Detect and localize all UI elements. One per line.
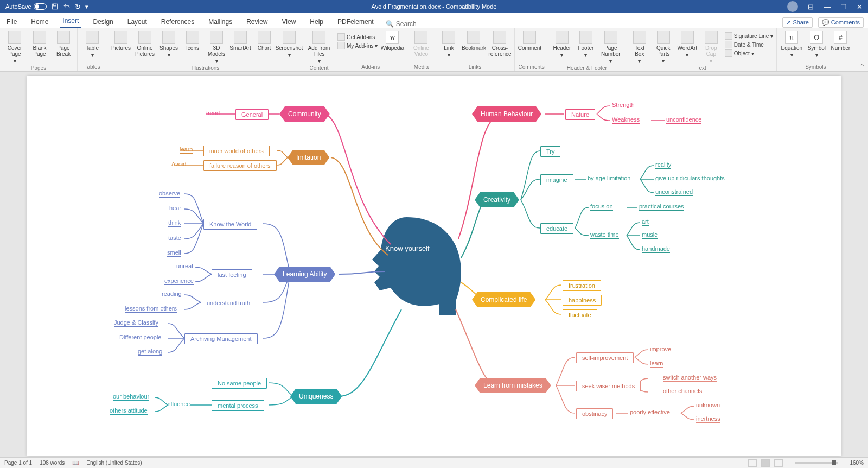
- dropcap-button[interactable]: Drop Cap▾: [701, 30, 722, 64]
- zoom-in[interactable]: +: [843, 460, 846, 466]
- leaf-taste[interactable]: taste: [168, 235, 181, 242]
- leaf-unreal[interactable]: unreal: [176, 263, 193, 270]
- comments-button[interactable]: 💬 Comments: [818, 17, 864, 28]
- leaf-channels[interactable]: other channels: [663, 388, 702, 395]
- leaf-reality[interactable]: reality: [655, 161, 671, 169]
- quick-parts-button[interactable]: Quick Parts▾: [653, 30, 674, 64]
- leaf-poorly[interactable]: poorly effective: [630, 409, 670, 416]
- leaf-practical[interactable]: practical courses: [639, 203, 684, 211]
- pictures-button[interactable]: Pictures: [111, 30, 131, 51]
- leaf-observe[interactable]: observe: [159, 190, 180, 198]
- leaf-hear[interactable]: hear: [169, 205, 181, 212]
- leaf-lessons[interactable]: lessons from others: [125, 305, 177, 313]
- maximize-icon[interactable]: ☐: [840, 3, 847, 11]
- shapes-button[interactable]: Shapes▾: [158, 30, 179, 58]
- header-button[interactable]: Header▾: [552, 30, 572, 58]
- tab-pdfelement[interactable]: PDFelement: [335, 18, 376, 28]
- add-from-files-button[interactable]: Add from Files▾: [308, 30, 330, 64]
- online-video-button[interactable]: Online Video: [411, 30, 431, 57]
- link-button[interactable]: Link▾: [438, 30, 459, 58]
- autosave-toggle[interactable]: AutoSave: [5, 3, 47, 10]
- view-print[interactable]: [761, 459, 770, 467]
- zoom-slider[interactable]: [795, 462, 838, 464]
- leaf-unknown[interactable]: unknown: [696, 402, 720, 409]
- branch-imitation[interactable]: Imitation: [288, 150, 329, 165]
- box-nature[interactable]: Nature: [565, 109, 595, 120]
- page-number-button[interactable]: Page Number▾: [599, 30, 622, 64]
- tab-insert[interactable]: Insert: [60, 17, 81, 28]
- bookmark-button[interactable]: Bookmark: [462, 30, 485, 51]
- tab-design[interactable]: Design: [91, 18, 115, 28]
- box-general[interactable]: General: [235, 109, 269, 120]
- zoom-value[interactable]: 160%: [850, 460, 864, 466]
- leaf-switch[interactable]: switch another ways: [663, 374, 717, 382]
- box-educate[interactable]: educate: [540, 223, 573, 234]
- box-imagine[interactable]: imagine: [540, 174, 573, 185]
- branch-mistakes[interactable]: Learn from mistakes: [475, 378, 551, 393]
- tab-references[interactable]: References: [159, 18, 196, 28]
- tab-file[interactable]: File: [4, 18, 19, 28]
- leaf-unconfidence[interactable]: unconfidence: [666, 116, 701, 124]
- tab-layout[interactable]: Layout: [125, 18, 149, 28]
- branch-creativity[interactable]: Creativity: [475, 192, 519, 207]
- get-addins-button[interactable]: Get Add-ins: [337, 33, 378, 41]
- leaf-think[interactable]: think: [168, 219, 181, 227]
- signature-line-button[interactable]: Signature Line ▾: [725, 32, 774, 40]
- equation-button[interactable]: πEquation▾: [780, 30, 803, 58]
- box-understand-truth[interactable]: understand truth: [201, 298, 256, 308]
- box-frustration[interactable]: frustration: [563, 280, 601, 291]
- leaf-avoid[interactable]: Avoid: [171, 161, 186, 168]
- user-avatar[interactable]: [787, 1, 798, 12]
- box-nosame[interactable]: No same people: [212, 378, 267, 389]
- leaf-judge[interactable]: Judge & Classify: [114, 319, 158, 327]
- wordart-button[interactable]: WordArt▾: [677, 30, 698, 58]
- leaf-byage[interactable]: by age limitation: [588, 175, 631, 182]
- undo-icon[interactable]: [63, 3, 71, 10]
- leaf-art[interactable]: art: [642, 218, 649, 226]
- leaf-improve[interactable]: improve: [650, 346, 671, 353]
- leaf-getalong[interactable]: get along: [138, 348, 162, 356]
- save-icon[interactable]: [51, 3, 59, 10]
- leaf-giveup[interactable]: give up ridiculars thoughts: [655, 175, 725, 182]
- leaf-trend[interactable]: trend: [206, 110, 220, 117]
- box-last-feeling[interactable]: last feeling: [212, 269, 252, 280]
- box-fluctuate[interactable]: fluctuate: [563, 309, 597, 320]
- view-read[interactable]: [748, 459, 757, 467]
- cross-reference-button[interactable]: Cross-reference: [488, 30, 511, 57]
- status-words[interactable]: 108 words: [40, 460, 65, 466]
- page-break-button[interactable]: Page Break: [53, 30, 74, 57]
- status-page[interactable]: Page 1 of 1: [4, 460, 32, 466]
- object-button[interactable]: Object ▾: [725, 49, 774, 57]
- textbox-button[interactable]: Text Box▾: [629, 30, 650, 64]
- tab-view[interactable]: View: [280, 18, 298, 28]
- redo-icon[interactable]: ↻: [75, 3, 81, 11]
- icons-button[interactable]: Icons: [182, 30, 203, 51]
- symbol-button[interactable]: ΩSymbol▾: [806, 30, 827, 58]
- zoom-out[interactable]: −: [787, 460, 790, 466]
- leaf-influence[interactable]: influence: [166, 401, 190, 408]
- box-inner-world[interactable]: inner world of others: [203, 146, 270, 156]
- spellcheck-icon[interactable]: 📖: [72, 460, 79, 466]
- smartart-button[interactable]: SmartArt: [230, 30, 251, 51]
- page[interactable]: Know yourself Community General trend Im…: [27, 76, 841, 456]
- leaf-inertness[interactable]: inertness: [696, 415, 720, 423]
- box-obstinacy[interactable]: obstinacy: [576, 408, 613, 419]
- leaf-handmade[interactable]: handmade: [642, 245, 670, 253]
- box-failure-reason[interactable]: failure reason of others: [203, 160, 277, 171]
- number-button[interactable]: #Number: [830, 30, 851, 51]
- cover-page-button[interactable]: Cover Page▾: [3, 30, 26, 64]
- leaf-learn[interactable]: learn: [180, 146, 193, 154]
- online-pictures-button[interactable]: Online Pictures: [135, 30, 155, 57]
- leaf-smell[interactable]: smell: [167, 249, 181, 257]
- branch-learning[interactable]: Learning Ability: [274, 267, 335, 282]
- leaf-different[interactable]: Different people: [119, 334, 161, 341]
- box-happiness[interactable]: happiness: [563, 295, 602, 306]
- leaf-weakness[interactable]: Weakness: [612, 116, 640, 124]
- footer-button[interactable]: Footer▾: [576, 30, 596, 58]
- leaf-reading[interactable]: reading: [162, 290, 182, 298]
- tab-home[interactable]: Home: [29, 18, 50, 28]
- view-web[interactable]: [774, 459, 783, 467]
- box-archiving[interactable]: Archiving Management: [184, 333, 258, 344]
- tab-mailings[interactable]: Mailings: [206, 18, 234, 28]
- qat-more[interactable]: ▾: [85, 3, 88, 10]
